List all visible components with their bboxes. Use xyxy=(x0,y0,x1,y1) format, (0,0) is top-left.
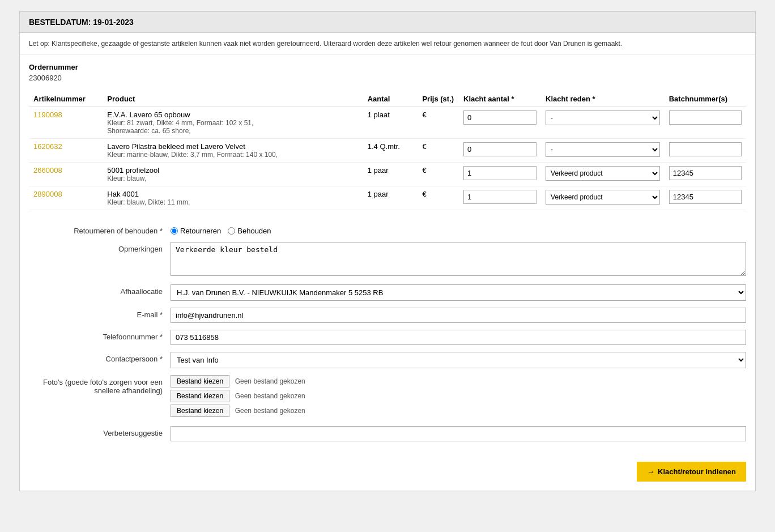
radio-group: Retourneren Behouden xyxy=(171,224,746,235)
email-input[interactable] xyxy=(171,308,746,323)
cell-klacht-reden: -Verkeerd productBeschadigdFoutieve leve… xyxy=(541,139,665,163)
verbetersuggestie-input[interactable] xyxy=(171,426,746,441)
order-label: Ordernummer xyxy=(29,63,746,71)
product-detail2: Shorewaarde: ca. 65 shore, xyxy=(107,127,358,135)
behouden-radio-label[interactable]: Behouden xyxy=(228,227,271,235)
product-detail1: Kleur: blauw, Dikte: 11 mm, xyxy=(107,198,358,206)
product-detail1: Kleur: blauw, xyxy=(107,175,358,182)
page-title: BESTELDATUM: 19-01-2023 xyxy=(29,18,746,27)
header-section: BESTELDATUM: 19-01-2023 xyxy=(20,12,755,33)
retourneren-radio[interactable] xyxy=(171,227,178,235)
file-row-2: Bestand kiezen Geen bestand gekozen xyxy=(171,390,746,402)
cell-batchnummer xyxy=(665,139,746,163)
email-label: E-mail * xyxy=(29,308,171,319)
file-text-3: Geen bestand gekozen xyxy=(235,407,305,415)
table-row: 1190098 E.V.A. Lavero 65 opbouw Kleur: 8… xyxy=(29,107,746,139)
col-header-batchnummer: Batchnummer(s) xyxy=(665,91,746,107)
fotos-control: Bestand kiezen Geen bestand gekozen Best… xyxy=(171,375,746,419)
retourneren-row: Retourneren of behouden * Retourneren Be… xyxy=(29,224,746,235)
verbetersuggestie-label: Verbetersuggestie xyxy=(29,426,171,437)
klacht-reden-select[interactable]: -Verkeerd productBeschadigdFoutieve leve… xyxy=(546,142,660,157)
contactpersoon-row: Contactpersoon * Test van Info xyxy=(29,352,746,368)
retourneren-label: Retourneren of behouden * xyxy=(29,224,171,235)
verbetersuggestie-row: Verbetersuggestie xyxy=(29,426,746,441)
cell-klacht-reden: -Verkeerd productBeschadigdFoutieve leve… xyxy=(541,186,665,210)
product-name: E.V.A. Lavero 65 opbouw xyxy=(107,110,358,119)
klacht-aantal-input[interactable] xyxy=(463,190,536,204)
submit-arrow: → xyxy=(647,467,654,476)
file-choose-button-2[interactable]: Bestand kiezen xyxy=(171,390,229,402)
col-header-product: Product xyxy=(103,91,363,107)
batchnummer-input[interactable] xyxy=(669,110,742,125)
klacht-reden-select[interactable]: -Verkeerd productBeschadigdFoutieve leve… xyxy=(546,166,660,181)
klacht-aantal-input[interactable] xyxy=(463,110,536,125)
contactpersoon-select[interactable]: Test van Info xyxy=(171,352,746,368)
cell-batchnummer xyxy=(665,107,746,139)
artikelnummer-link[interactable]: 1620632 xyxy=(33,142,62,151)
cell-prijs: € xyxy=(418,186,459,210)
cell-klacht-aantal xyxy=(459,139,541,163)
email-control xyxy=(171,308,746,323)
fotos-label: Foto's (goede foto's zorgen voor een sne… xyxy=(29,375,171,395)
verbetersuggestie-control xyxy=(171,426,746,441)
file-choose-button-1[interactable]: Bestand kiezen xyxy=(171,375,229,388)
cell-prijs: € xyxy=(418,163,459,186)
main-container: BESTELDATUM: 19-01-2023 Let op: Klantspe… xyxy=(19,11,756,491)
telefoon-label: Telefoonnummer * xyxy=(29,330,171,341)
opmerkingen-row: Opmerkingen xyxy=(29,242,746,278)
cell-artikelnummer: 2890008 xyxy=(29,186,103,210)
cell-aantal: 1 plaat xyxy=(363,107,418,139)
afhaallocatie-row: Afhaallocatie H.J. van Drunen B.V. - NIE… xyxy=(29,284,746,301)
cell-aantal: 1.4 Q.mtr. xyxy=(363,139,418,163)
col-header-klacht-aantal: Klacht aantal * xyxy=(459,91,541,107)
order-number: 23006920 xyxy=(29,74,746,82)
cell-klacht-aantal xyxy=(459,163,541,186)
product-name: Lavero Pilastra bekleed met Lavero Velve… xyxy=(107,142,358,151)
cell-artikelnummer: 1190098 xyxy=(29,107,103,139)
artikelnummer-link[interactable]: 2660008 xyxy=(33,166,62,175)
contactpersoon-label: Contactpersoon * xyxy=(29,352,171,363)
cell-batchnummer xyxy=(665,186,746,210)
telefoon-input[interactable] xyxy=(171,330,746,345)
afhaallocatie-label: Afhaallocatie xyxy=(29,284,171,296)
artikelnummer-link[interactable]: 2890008 xyxy=(33,190,62,198)
product-name: 5001 profielzool xyxy=(107,166,358,175)
fotos-row: Foto's (goede foto's zorgen voor een sne… xyxy=(29,375,746,419)
opmerkingen-control xyxy=(171,242,746,278)
product-name: Hak 4001 xyxy=(107,190,358,198)
cell-product: 5001 profielzool Kleur: blauw, xyxy=(103,163,363,186)
klacht-reden-select[interactable]: -Verkeerd productBeschadigdFoutieve leve… xyxy=(546,190,660,205)
cell-artikelnummer: 2660008 xyxy=(29,163,103,186)
retourneren-option-text: Retourneren xyxy=(180,227,221,235)
submit-label: Klacht/retour indienen xyxy=(658,467,736,476)
table-row: 2660008 5001 profielzool Kleur: blauw, 1… xyxy=(29,163,746,186)
table-row: 2890008 Hak 4001 Kleur: blauw, Dikte: 11… xyxy=(29,186,746,210)
table-row: 1620632 Lavero Pilastra bekleed met Lave… xyxy=(29,139,746,163)
afhaallocatie-select[interactable]: H.J. van Drunen B.V. - NIEUWKUIJK Manden… xyxy=(171,284,746,301)
submit-button[interactable]: → Klacht/retour indienen xyxy=(637,462,746,482)
batchnummer-input[interactable] xyxy=(669,142,742,156)
col-header-klacht-reden: Klacht reden * xyxy=(541,91,665,107)
cell-prijs: € xyxy=(418,139,459,163)
cell-prijs: € xyxy=(418,107,459,139)
cell-klacht-reden: -Verkeerd productBeschadigdFoutieve leve… xyxy=(541,107,665,139)
file-choose-button-3[interactable]: Bestand kiezen xyxy=(171,405,229,417)
cell-klacht-aantal xyxy=(459,186,541,210)
product-detail1: Kleur: marine-blauw, Dikte: 3,7 mm, Form… xyxy=(107,151,358,159)
retourneren-control: Retourneren Behouden xyxy=(171,224,746,235)
file-row-1: Bestand kiezen Geen bestand gekozen xyxy=(171,375,746,388)
klacht-aantal-input[interactable] xyxy=(463,166,536,180)
opmerkingen-textarea[interactable] xyxy=(171,242,746,276)
behouden-radio[interactable] xyxy=(228,227,235,235)
klacht-aantal-input[interactable] xyxy=(463,142,536,156)
batchnummer-input[interactable] xyxy=(669,166,742,180)
batchnummer-input[interactable] xyxy=(669,190,742,204)
afhaallocatie-control: H.J. van Drunen B.V. - NIEUWKUIJK Manden… xyxy=(171,284,746,301)
klacht-reden-select[interactable]: -Verkeerd productBeschadigdFoutieve leve… xyxy=(546,110,660,125)
file-text-1: Geen bestand gekozen xyxy=(235,377,305,385)
file-text-2: Geen bestand gekozen xyxy=(235,392,305,400)
cell-batchnummer xyxy=(665,163,746,186)
col-header-prijs: Prijs (st.) xyxy=(418,91,459,107)
artikelnummer-link[interactable]: 1190098 xyxy=(33,110,62,119)
retourneren-radio-label[interactable]: Retourneren xyxy=(171,227,221,235)
